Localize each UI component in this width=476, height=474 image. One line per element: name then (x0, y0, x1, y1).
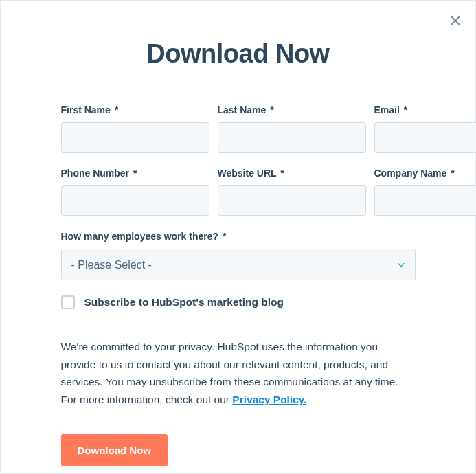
download-modal: Download Now First Name * Last Name * Em… (0, 0, 476, 474)
label-last-name: Last Name * (218, 104, 366, 115)
close-icon[interactable] (448, 13, 463, 28)
checkbox-row-subscribe: Subscribe to HubSpot's marketing blog (61, 295, 416, 309)
required-mark: * (133, 168, 137, 179)
privacy-body: We're committed to your privacy. HubSpot… (61, 341, 398, 405)
label-first-name: First Name * (61, 104, 209, 115)
input-company[interactable] (374, 185, 477, 216)
field-last-name: Last Name * (218, 104, 366, 153)
select-wrap-employees: - Please Select - (61, 249, 416, 280)
label-text: How many employees work there? (61, 231, 219, 242)
input-website[interactable] (218, 185, 366, 216)
privacy-text: We're committed to your privacy. HubSpot… (61, 338, 416, 408)
checkbox-label-subscribe: Subscribe to HubSpot's marketing blog (84, 296, 284, 308)
required-mark: * (115, 104, 118, 115)
field-employees: How many employees work there? * - Pleas… (61, 231, 416, 280)
label-text: Company Name (374, 168, 447, 179)
field-phone: Phone Number * (61, 168, 209, 216)
label-text: Email (374, 104, 400, 115)
field-website: Website URL * (218, 168, 366, 216)
field-email: Email * (374, 104, 477, 153)
label-company: Company Name * (374, 168, 477, 179)
select-employees[interactable]: - Please Select - (61, 249, 416, 280)
required-mark: * (404, 104, 407, 115)
modal-title: Download Now (1, 39, 475, 69)
required-mark: * (280, 168, 284, 179)
label-text: Website URL (218, 168, 277, 179)
field-company: Company Name * (374, 168, 477, 216)
required-mark: * (451, 168, 454, 179)
label-employees: How many employees work there? * (61, 231, 416, 242)
form: First Name * Last Name * Email * (61, 104, 416, 466)
input-phone[interactable] (61, 185, 209, 216)
label-text: Phone Number (61, 168, 130, 179)
label-phone: Phone Number * (61, 168, 209, 179)
privacy-policy-link[interactable]: Privacy Policy. (232, 394, 306, 405)
form-row-1: First Name * Last Name * Email * (61, 104, 416, 153)
label-email: Email * (374, 104, 477, 115)
form-row-2: Phone Number * Website URL * Company Nam… (61, 168, 416, 216)
input-first-name[interactable] (61, 122, 209, 153)
label-text: Last Name (218, 104, 267, 115)
required-mark: * (223, 231, 226, 242)
input-last-name[interactable] (218, 122, 366, 153)
input-email[interactable] (374, 122, 477, 153)
download-button[interactable]: Download Now (61, 434, 168, 466)
label-text: First Name (61, 104, 111, 115)
field-first-name: First Name * (61, 104, 209, 153)
label-website: Website URL * (218, 168, 366, 179)
form-row-3: How many employees work there? * - Pleas… (61, 231, 416, 280)
required-mark: * (270, 104, 273, 115)
checkbox-subscribe[interactable] (61, 295, 75, 309)
